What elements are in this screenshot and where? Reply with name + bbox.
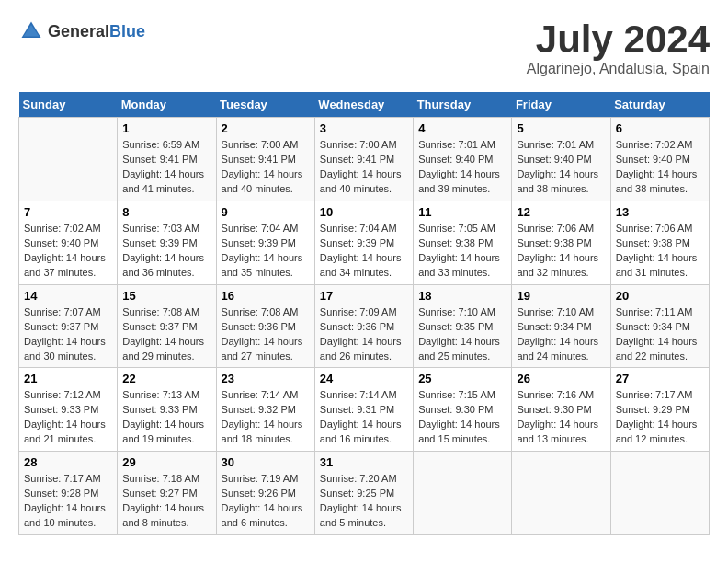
- day-number: 4: [418, 121, 506, 135]
- day-number: 3: [320, 121, 408, 135]
- day-info: Sunrise: 7:18 AMSunset: 9:27 PMDaylight:…: [122, 472, 210, 531]
- day-number: 27: [616, 372, 704, 385]
- day-info: Sunrise: 7:11 AMSunset: 9:34 PMDaylight:…: [616, 305, 704, 364]
- calendar-cell: 26Sunrise: 7:16 AMSunset: 9:30 PMDayligh…: [512, 368, 610, 452]
- day-info: Sunrise: 7:17 AMSunset: 9:29 PMDaylight:…: [616, 388, 704, 447]
- calendar-cell: [414, 452, 512, 535]
- day-number: 12: [517, 205, 605, 219]
- calendar-cell: 28Sunrise: 7:17 AMSunset: 9:28 PMDayligh…: [19, 452, 118, 535]
- logo: GeneralBlue: [18, 18, 145, 44]
- weekday-header-row: SundayMondayTuesdayWednesdayThursdayFrid…: [19, 92, 710, 118]
- day-info: Sunrise: 6:59 AMSunset: 9:41 PMDaylight:…: [122, 138, 210, 197]
- day-info: Sunrise: 7:05 AMSunset: 9:38 PMDaylight:…: [418, 222, 506, 281]
- day-info: Sunrise: 7:06 AMSunset: 9:38 PMDaylight:…: [616, 222, 704, 281]
- weekday-header-tuesday: Tuesday: [216, 92, 314, 118]
- calendar-cell: 29Sunrise: 7:18 AMSunset: 9:27 PMDayligh…: [118, 452, 216, 535]
- calendar-row-1: 7Sunrise: 7:02 AMSunset: 9:40 PMDaylight…: [19, 201, 710, 284]
- logo-icon: [18, 18, 44, 44]
- calendar-cell: 1Sunrise: 6:59 AMSunset: 9:41 PMDaylight…: [118, 118, 216, 201]
- day-number: 29: [122, 455, 210, 469]
- day-number: 16: [222, 289, 310, 303]
- weekday-header-sunday: Sunday: [19, 92, 118, 118]
- day-info: Sunrise: 7:09 AMSunset: 9:36 PMDaylight:…: [320, 305, 408, 364]
- day-number: 19: [517, 289, 605, 303]
- calendar-cell: 21Sunrise: 7:12 AMSunset: 9:33 PMDayligh…: [19, 368, 118, 452]
- calendar-row-0: 1Sunrise: 6:59 AMSunset: 9:41 PMDaylight…: [19, 118, 710, 201]
- logo-text-general: General: [48, 22, 109, 40]
- day-number: 23: [222, 372, 310, 385]
- day-info: Sunrise: 7:19 AMSunset: 9:26 PMDaylight:…: [222, 472, 310, 531]
- day-info: Sunrise: 7:12 AMSunset: 9:33 PMDaylight:…: [24, 388, 112, 447]
- day-number: 17: [320, 289, 408, 303]
- day-number: 26: [517, 372, 605, 385]
- day-info: Sunrise: 7:07 AMSunset: 9:37 PMDaylight:…: [24, 305, 112, 364]
- weekday-header-monday: Monday: [118, 92, 216, 118]
- calendar-cell: 11Sunrise: 7:05 AMSunset: 9:38 PMDayligh…: [414, 201, 512, 284]
- weekday-header-saturday: Saturday: [610, 92, 709, 118]
- day-number: 30: [222, 455, 310, 469]
- day-info: Sunrise: 7:04 AMSunset: 9:39 PMDaylight:…: [222, 222, 310, 281]
- day-number: 1: [122, 121, 210, 135]
- day-info: Sunrise: 7:14 AMSunset: 9:31 PMDaylight:…: [320, 388, 408, 447]
- calendar-cell: [19, 118, 118, 201]
- day-number: 28: [24, 455, 112, 469]
- calendar-cell: 8Sunrise: 7:03 AMSunset: 9:39 PMDaylight…: [118, 201, 216, 284]
- day-info: Sunrise: 7:13 AMSunset: 9:33 PMDaylight:…: [122, 388, 210, 447]
- day-info: Sunrise: 7:14 AMSunset: 9:32 PMDaylight:…: [222, 388, 310, 447]
- calendar-cell: 13Sunrise: 7:06 AMSunset: 9:38 PMDayligh…: [610, 201, 709, 284]
- day-number: 21: [24, 372, 112, 385]
- calendar-cell: 9Sunrise: 7:04 AMSunset: 9:39 PMDaylight…: [216, 201, 314, 284]
- day-number: 13: [616, 205, 704, 219]
- calendar-cell: 2Sunrise: 7:00 AMSunset: 9:41 PMDaylight…: [216, 118, 314, 201]
- calendar-cell: 30Sunrise: 7:19 AMSunset: 9:26 PMDayligh…: [216, 452, 314, 535]
- calendar-row-4: 28Sunrise: 7:17 AMSunset: 9:28 PMDayligh…: [19, 452, 710, 535]
- calendar-cell: 4Sunrise: 7:01 AMSunset: 9:40 PMDaylight…: [414, 118, 512, 201]
- calendar-cell: 17Sunrise: 7:09 AMSunset: 9:36 PMDayligh…: [314, 284, 413, 368]
- day-number: 20: [616, 289, 704, 303]
- day-number: 8: [122, 205, 210, 219]
- day-number: 2: [222, 121, 310, 135]
- day-number: 10: [320, 205, 408, 219]
- day-info: Sunrise: 7:20 AMSunset: 9:25 PMDaylight:…: [320, 472, 408, 531]
- day-info: Sunrise: 7:02 AMSunset: 9:40 PMDaylight:…: [24, 222, 112, 281]
- day-info: Sunrise: 7:00 AMSunset: 9:41 PMDaylight:…: [222, 138, 310, 197]
- calendar-row-2: 14Sunrise: 7:07 AMSunset: 9:37 PMDayligh…: [19, 284, 710, 368]
- calendar-cell: [512, 452, 610, 535]
- day-number: 18: [418, 289, 506, 303]
- calendar-cell: 12Sunrise: 7:06 AMSunset: 9:38 PMDayligh…: [512, 201, 610, 284]
- weekday-header-friday: Friday: [512, 92, 610, 118]
- calendar-cell: 14Sunrise: 7:07 AMSunset: 9:37 PMDayligh…: [19, 284, 118, 368]
- calendar-cell: 6Sunrise: 7:02 AMSunset: 9:40 PMDaylight…: [610, 118, 709, 201]
- weekday-header-thursday: Thursday: [414, 92, 512, 118]
- day-info: Sunrise: 7:16 AMSunset: 9:30 PMDaylight:…: [517, 388, 605, 447]
- day-number: 11: [418, 205, 506, 219]
- day-info: Sunrise: 7:01 AMSunset: 9:40 PMDaylight:…: [418, 138, 506, 197]
- day-info: Sunrise: 7:00 AMSunset: 9:41 PMDaylight:…: [320, 138, 408, 197]
- day-number: 14: [24, 289, 112, 303]
- day-number: 22: [122, 372, 210, 385]
- calendar-cell: 3Sunrise: 7:00 AMSunset: 9:41 PMDaylight…: [314, 118, 413, 201]
- calendar-cell: 5Sunrise: 7:01 AMSunset: 9:40 PMDaylight…: [512, 118, 610, 201]
- calendar-cell: 31Sunrise: 7:20 AMSunset: 9:25 PMDayligh…: [314, 452, 413, 535]
- day-info: Sunrise: 7:08 AMSunset: 9:36 PMDaylight:…: [222, 305, 310, 364]
- calendar-row-3: 21Sunrise: 7:12 AMSunset: 9:33 PMDayligh…: [19, 368, 710, 452]
- calendar-cell: 15Sunrise: 7:08 AMSunset: 9:37 PMDayligh…: [118, 284, 216, 368]
- calendar-cell: 18Sunrise: 7:10 AMSunset: 9:35 PMDayligh…: [414, 284, 512, 368]
- day-number: 24: [320, 372, 408, 385]
- calendar-cell: 27Sunrise: 7:17 AMSunset: 9:29 PMDayligh…: [610, 368, 709, 452]
- calendar-table: SundayMondayTuesdayWednesdayThursdayFrid…: [18, 92, 710, 535]
- calendar-cell: 19Sunrise: 7:10 AMSunset: 9:34 PMDayligh…: [512, 284, 610, 368]
- calendar-cell: 10Sunrise: 7:04 AMSunset: 9:39 PMDayligh…: [314, 201, 413, 284]
- day-number: 25: [418, 372, 506, 385]
- day-info: Sunrise: 7:10 AMSunset: 9:35 PMDaylight:…: [418, 305, 506, 364]
- day-info: Sunrise: 7:04 AMSunset: 9:39 PMDaylight:…: [320, 222, 408, 281]
- day-number: 15: [122, 289, 210, 303]
- day-number: 5: [517, 121, 605, 135]
- day-info: Sunrise: 7:02 AMSunset: 9:40 PMDaylight:…: [616, 138, 704, 197]
- header: GeneralBlue July 2024 Algarinejo, Andalu…: [18, 18, 710, 77]
- calendar-cell: 24Sunrise: 7:14 AMSunset: 9:31 PMDayligh…: [314, 368, 413, 452]
- day-info: Sunrise: 7:06 AMSunset: 9:38 PMDaylight:…: [517, 222, 605, 281]
- day-info: Sunrise: 7:17 AMSunset: 9:28 PMDaylight:…: [24, 472, 112, 531]
- day-info: Sunrise: 7:15 AMSunset: 9:30 PMDaylight:…: [418, 388, 506, 447]
- calendar-cell: [610, 452, 709, 535]
